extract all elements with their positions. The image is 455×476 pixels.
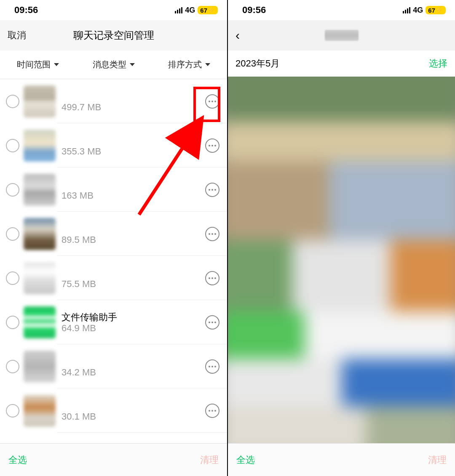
filter-sort-by[interactable]: 排序方式 [151,59,227,70]
chat-name-label: 文件传输助手 [62,312,117,322]
date-header-row: 2023年5月 选择 [228,51,455,77]
nav-bar: 取消 聊天记录空间管理 [0,20,227,51]
chat-row[interactable]: 75.5 MB [0,256,227,300]
chat-info: 30.1 MB [62,399,205,422]
select-all-button[interactable]: 全选 [8,454,27,466]
chevron-down-icon [54,63,59,66]
chat-size-label: 89.5 MB [62,234,205,245]
more-button[interactable] [205,315,219,330]
chat-size-label: 64.9 MB [62,323,205,334]
chevron-down-icon [130,63,135,66]
more-button[interactable] [205,94,219,109]
select-radio[interactable] [6,95,19,108]
status-time: 09:56 [14,5,38,16]
chat-info: 355.3 MB [62,134,205,157]
filter-time-range[interactable]: 时间范围 [0,59,76,70]
more-button[interactable] [205,404,219,418]
bottom-bar: 全选 清理 [0,443,227,476]
avatar [24,351,56,383]
chat-info: 163 MB [62,178,205,201]
more-button[interactable] [205,227,219,241]
chat-row[interactable]: 34.2 MB [0,344,227,388]
more-button[interactable] [205,271,219,285]
nav-bar: ‹ [228,20,455,51]
chat-row[interactable]: 163 MB [0,168,227,212]
bottom-bar: 全选 清理 [228,443,455,476]
media-grid[interactable] [228,77,455,443]
status-network: 4G [413,6,423,15]
select-radio[interactable] [6,139,19,152]
chat-size-label: 499.7 MB [62,102,205,113]
select-radio[interactable] [6,183,19,197]
select-radio[interactable] [6,271,19,285]
filter-time-range-label: 时间范围 [17,59,51,70]
chat-row[interactable]: 355.3 MB [0,123,227,168]
more-button[interactable] [205,138,219,153]
more-button[interactable] [205,359,219,374]
chat-info: 文件传输助手 64.9 MB [62,311,205,334]
right-screen: 09:56 4G 67⚡ ‹ 2023年5月 选择 全选 清理 [228,0,455,476]
signal-icon [403,7,410,13]
battery-icon: 67⚡ [198,6,218,14]
filter-sort-by-label: 排序方式 [168,59,202,70]
status-right: 4G 67⚡ [175,6,218,15]
back-button[interactable]: ‹ [236,28,240,43]
clean-button[interactable]: 清理 [428,454,447,466]
filter-row: 时间范围 消息类型 排序方式 [0,51,227,79]
chat-row[interactable]: 30.1 MB [0,388,227,433]
chat-info: 75.5 MB [62,267,205,290]
status-network: 4G [185,6,195,15]
chat-size-label: 355.3 MB [62,146,205,157]
avatar [24,85,56,117]
page-title: 聊天记录空间管理 [73,29,154,42]
filter-message-type[interactable]: 消息类型 [76,59,152,70]
select-radio[interactable] [6,404,19,417]
chat-row[interactable]: 文件传输助手 64.9 MB [0,300,227,344]
chevron-down-icon [205,63,210,66]
chat-title-blurred [325,30,359,41]
status-right: 4G 67⚡ [403,6,446,15]
chat-row[interactable]: 89.5 MB [0,212,227,256]
select-all-button[interactable]: 全选 [236,454,255,466]
chat-row[interactable]: 499.7 MB [0,79,227,123]
avatar [24,130,56,162]
avatar [24,262,56,294]
date-header: 2023年5月 [236,57,280,70]
signal-icon [175,7,182,13]
select-radio[interactable] [6,227,19,241]
clean-button[interactable]: 清理 [200,454,219,466]
status-bar: 09:56 4G 67⚡ [228,0,455,20]
left-screen: 09:56 4G 67⚡ 取消 聊天记录空间管理 时间范围 消息类型 排序方式 [0,0,228,476]
battery-icon: 67⚡ [426,6,446,14]
filter-message-type-label: 消息类型 [93,59,126,70]
chat-size-label: 30.1 MB [62,411,205,422]
avatar [24,306,56,338]
avatar [24,174,56,206]
chat-size-label: 163 MB [62,190,205,201]
chat-size-label: 34.2 MB [62,367,205,378]
status-bar: 09:56 4G 67⚡ [0,0,227,20]
select-radio[interactable] [6,360,19,373]
chat-size-label: 75.5 MB [62,279,205,290]
select-button[interactable]: 选择 [429,57,447,70]
chat-info: 89.5 MB [62,223,205,245]
avatar [24,218,56,250]
cancel-button[interactable]: 取消 [8,29,26,42]
chat-info: 499.7 MB [62,90,205,113]
more-button[interactable] [205,183,219,197]
select-radio[interactable] [6,316,19,329]
chat-list[interactable]: 499.7 MB 355.3 MB 163 MB 89.5 MB [0,79,227,443]
avatar [24,395,56,427]
chat-info: 34.2 MB [62,355,205,378]
status-time: 09:56 [242,5,266,16]
